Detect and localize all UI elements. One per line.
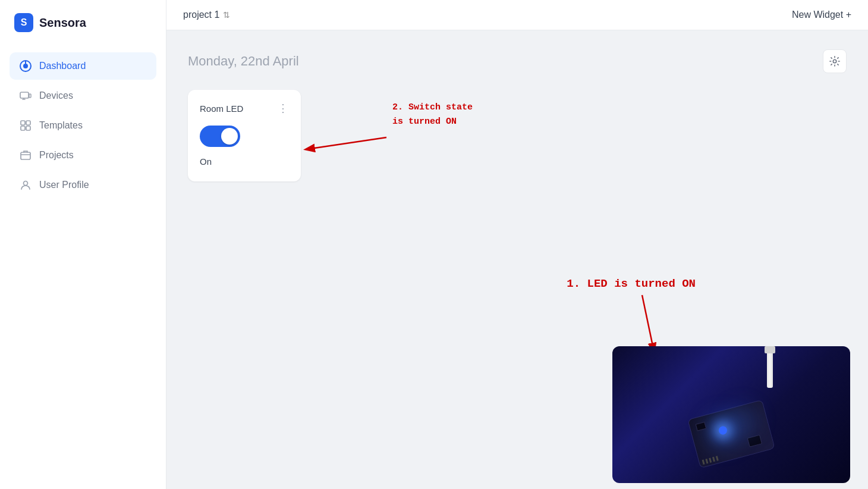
glow-effect [724, 403, 760, 438]
sidebar-item-label: Devices [39, 90, 73, 101]
sidebar: S Sensora Dashboard [0, 0, 166, 489]
led-toggle[interactable] [200, 126, 240, 147]
projects-icon [19, 149, 32, 162]
sidebar-item-templates[interactable]: Templates [10, 112, 156, 139]
sidebar-item-label: Templates [39, 120, 83, 131]
toggle-container [200, 126, 289, 147]
switch-annotation-line2: is turned ON [392, 115, 473, 129]
logo-area: S Sensora [0, 0, 166, 45]
svg-line-17 [642, 295, 654, 352]
chip-2 [696, 422, 707, 431]
svg-point-13 [833, 59, 836, 62]
led-image [612, 346, 850, 483]
switch-annotation: 2. Switch state is turned ON [392, 101, 473, 129]
widget-card-header: Room LED ⋮ [200, 102, 289, 115]
settings-button[interactable] [823, 49, 847, 73]
switch-annotation-line1: 2. Switch state [392, 101, 473, 115]
widget-status: On [200, 156, 212, 167]
main-content: project 1 ⇅ New Widget + Monday, 22nd Ap… [166, 0, 868, 489]
sidebar-item-projects[interactable]: Projects [10, 142, 156, 169]
usb-connector [765, 346, 775, 353]
sidebar-item-devices[interactable]: Devices [10, 82, 156, 109]
svg-line-14 [306, 137, 386, 149]
templates-icon [19, 119, 32, 132]
project-selector[interactable]: project 1 ⇅ [183, 10, 230, 20]
widget-title: Room LED [200, 104, 243, 114]
toggle-track [200, 126, 240, 147]
svg-point-1 [23, 64, 28, 68]
gear-icon [829, 56, 840, 67]
pin-row [702, 456, 719, 465]
svg-rect-8 [26, 121, 30, 125]
toggle-thumb [221, 128, 238, 145]
logo-icon: S [14, 13, 33, 32]
sidebar-item-user-profile[interactable]: User Profile [10, 171, 156, 199]
svg-rect-7 [21, 121, 25, 125]
dashboard-date: Monday, 22nd April [188, 54, 299, 69]
topbar: project 1 ⇅ New Widget + [166, 0, 868, 30]
project-name: project 1 [183, 10, 219, 20]
project-selector-chevron: ⇅ [223, 10, 230, 20]
dashboard-icon [19, 59, 32, 73]
devices-icon [19, 89, 32, 102]
dashboard-content: Monday, 22nd April Room LED ⋮ [166, 30, 868, 489]
widget-menu-button[interactable]: ⋮ [278, 102, 289, 115]
sidebar-item-label: Dashboard [39, 61, 86, 71]
sidebar-item-label: User Profile [39, 180, 89, 190]
logo-text: Sensora [39, 16, 86, 30]
sidebar-item-label: Projects [39, 150, 74, 161]
svg-rect-4 [29, 94, 31, 98]
svg-rect-11 [21, 152, 30, 159]
new-widget-button[interactable]: New Widget + [792, 10, 851, 20]
user-profile-icon [19, 178, 32, 192]
sidebar-nav: Dashboard Devices [0, 45, 166, 206]
svg-rect-9 [21, 126, 25, 130]
svg-rect-10 [26, 126, 30, 130]
led-annotation: 1. LED is turned ON [567, 277, 696, 290]
svg-point-12 [24, 181, 28, 186]
svg-rect-3 [20, 92, 29, 98]
sidebar-item-dashboard[interactable]: Dashboard [10, 52, 156, 80]
dashboard-header: Monday, 22nd April [188, 49, 847, 73]
widget-card: Room LED ⋮ On [188, 90, 301, 181]
